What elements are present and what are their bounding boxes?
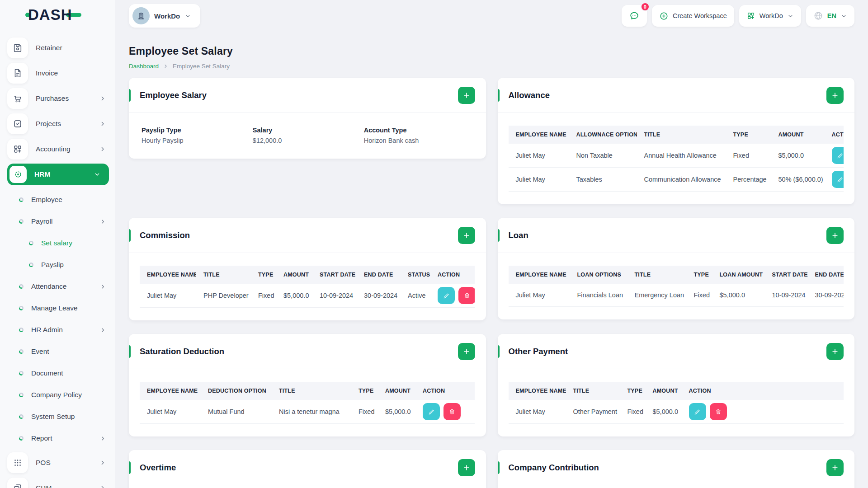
grid-plus-icon: [7, 139, 28, 160]
sidebar-item-attendance[interactable]: Attendance: [7, 276, 109, 297]
sidebar-item-label: Event: [31, 347, 109, 356]
add-allowance-button[interactable]: [826, 87, 844, 104]
column-header: TITLE: [566, 382, 620, 400]
chevron-right-icon: [99, 95, 106, 102]
main-content: Employee Set Salary Dashboard Employee S…: [115, 32, 868, 488]
chevron-down-icon: [184, 13, 191, 19]
column-header: TYPE: [687, 266, 712, 284]
cell-end-date: 30-09-2024: [357, 284, 401, 308]
column-header: START DATE: [765, 266, 808, 284]
column-header: TYPE: [251, 266, 276, 284]
trash-icon: [448, 408, 456, 415]
cell-type: Fixed: [251, 284, 276, 308]
sidebar-item-purchases[interactable]: Purchases: [7, 88, 109, 109]
add-commission-button[interactable]: [458, 227, 475, 244]
cell-employee-name: Juliet May: [509, 144, 569, 168]
bullet-icon: [29, 241, 33, 245]
trash-icon: [463, 292, 471, 299]
column-header: AMOUNT: [276, 266, 312, 284]
other-payment-table: EMPLOYEE NAME TITLE TYPE AMOUNT ACTION J…: [509, 382, 844, 424]
cell-actions: [825, 144, 844, 168]
sidebar-item-hrm[interactable]: HRM: [7, 164, 109, 185]
sidebar-item-employee[interactable]: Employee: [7, 189, 109, 211]
add-company-contribution-button[interactable]: [826, 459, 844, 476]
field-label: Salary: [253, 127, 364, 134]
cell-status: Active: [401, 284, 430, 308]
sidebar-item-document[interactable]: Document: [7, 362, 109, 384]
sidebar-item-accounting[interactable]: Accounting: [7, 138, 109, 160]
sidebar-item-payslip[interactable]: Payslip: [7, 254, 109, 276]
sidebar-item-label: Purchases: [36, 94, 91, 103]
create-workspace-button[interactable]: Create Workspace: [652, 5, 734, 27]
cell-loan-amount: $5,000.0: [712, 284, 765, 307]
edit-button[interactable]: [423, 403, 440, 420]
workspace-avatar: [132, 7, 150, 24]
sidebar-item-label: Attendance: [31, 282, 92, 291]
sidebar-item-crm[interactable]: CRM: [7, 477, 109, 488]
sidebar-item-projects[interactable]: Projects: [7, 113, 109, 135]
sidebar-item-set-salary[interactable]: Set salary: [7, 232, 109, 254]
field-account-type: Account Type Horizon Bank cash: [364, 127, 475, 144]
delete-button[interactable]: [710, 403, 727, 420]
card-header: Overtime: [129, 450, 486, 485]
cell-employee-name: Juliet May: [140, 400, 201, 424]
column-header: ACTION: [415, 382, 475, 400]
messages-button[interactable]: 0: [622, 5, 647, 27]
bullet-icon: [19, 349, 24, 354]
cards-grid: Employee Salary Payslip Type Hourly Pays…: [129, 78, 854, 488]
breadcrumb-dashboard-link[interactable]: Dashboard: [129, 63, 159, 70]
messages-count-badge: 0: [641, 2, 650, 11]
pencil-icon: [428, 408, 435, 416]
sidebar-item-system-setup[interactable]: System Setup: [7, 406, 109, 427]
bullet-icon: [19, 197, 24, 202]
card-header: Commission: [129, 218, 486, 253]
table-header-row: EMPLOYEE NAME TITLE TYPE AMOUNT ACTION: [509, 382, 844, 400]
edit-button[interactable]: [689, 403, 706, 420]
bullet-icon: [19, 328, 24, 332]
field-value: $12,000.0: [253, 137, 364, 144]
plus-icon: [462, 231, 471, 239]
edit-employee-salary-button[interactable]: [458, 87, 475, 104]
sidebar-item-hr-admin[interactable]: HR Admin: [7, 319, 109, 341]
bullet-icon: [19, 371, 24, 375]
add-loan-button[interactable]: [826, 227, 844, 244]
column-header: ACTION: [825, 126, 844, 144]
sidebar-item-company-policy[interactable]: Company Policy: [7, 384, 109, 406]
edit-button[interactable]: [832, 171, 844, 188]
sidebar-item-event[interactable]: Event: [7, 341, 109, 362]
bullet-icon: [19, 414, 24, 419]
edit-button[interactable]: [438, 287, 455, 304]
delete-button[interactable]: [443, 403, 461, 420]
workspace-selector[interactable]: WorkDo: [129, 4, 200, 28]
workspace-name: WorkDo: [154, 12, 180, 20]
add-other-payment-button[interactable]: [826, 343, 844, 360]
brand-logo[interactable]: DASH: [0, 0, 115, 30]
delete-button[interactable]: [458, 287, 475, 304]
language-selector[interactable]: EN: [806, 5, 854, 27]
cell-end-date: 30-09-2024: [808, 284, 844, 307]
workspace-menu-button[interactable]: WorkDo: [739, 5, 801, 27]
sidebar-item-pos[interactable]: POS: [7, 452, 109, 474]
bullet-icon: [19, 219, 24, 224]
column-header: AMOUNT: [771, 126, 825, 144]
breadcrumb: Dashboard Employee Set Salary: [129, 63, 854, 70]
sidebar-item-invoice[interactable]: Invoice: [7, 62, 109, 84]
add-overtime-button[interactable]: [458, 459, 475, 476]
sidebar-item-report[interactable]: Report: [7, 427, 109, 449]
chevron-right-icon: [99, 435, 106, 442]
column-header: TITLE: [196, 266, 251, 284]
column-header: AMOUNT: [378, 382, 415, 400]
cell-type: Percentage: [726, 168, 771, 192]
sidebar-item-manage-leave[interactable]: Manage Leave: [7, 297, 109, 319]
sidebar-item-retainer[interactable]: Retainer: [7, 37, 109, 59]
sidebar-item-payroll[interactable]: Payroll: [7, 211, 109, 232]
cell-type: Fixed: [687, 284, 712, 307]
column-header: END DATE: [808, 266, 844, 284]
card-header: Employee Salary: [129, 78, 486, 113]
field-salary: Salary $12,000.0: [253, 127, 364, 144]
add-saturation-deduction-button[interactable]: [458, 343, 475, 360]
sidebar-item-label: HRM: [34, 170, 86, 178]
chevron-down-icon: [787, 13, 794, 19]
edit-button[interactable]: [832, 147, 844, 164]
column-header: ACTION: [682, 382, 844, 400]
